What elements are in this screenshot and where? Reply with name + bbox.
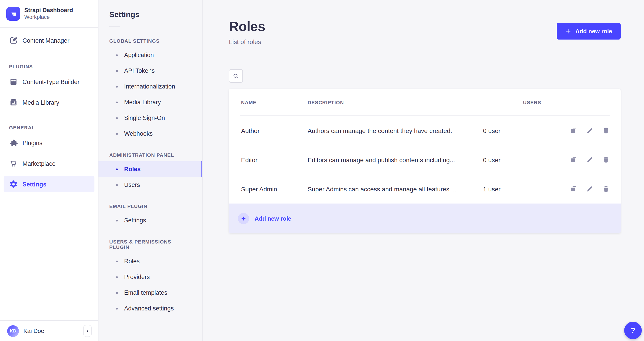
edit-role-button[interactable] [586, 156, 594, 164]
duplicate-role-button[interactable] [570, 156, 578, 164]
table-row-super-admin[interactable]: Super Admin Super Admins can access and … [229, 174, 620, 204]
subnav-section-users-permissions-plugin: USERS & PERMISSIONS PLUGIN [98, 228, 202, 253]
subnav-item-email-templates[interactable]: Email templates [98, 285, 202, 301]
sidebar-item-label: Content-Type Builder [22, 79, 80, 85]
edit-role-button[interactable] [586, 127, 594, 134]
bullet-icon [116, 54, 118, 56]
column-header-description: DESCRIPTION [308, 100, 523, 105]
bullet-icon [116, 101, 118, 103]
subnav-item-application[interactable]: Application [98, 47, 202, 63]
delete-role-button[interactable] [602, 185, 610, 193]
duplicate-icon [570, 127, 578, 134]
plus-icon [241, 216, 246, 221]
bullet-icon [116, 260, 118, 262]
chevron-left-icon [85, 329, 90, 333]
subnav-item-label: Roles [124, 166, 141, 173]
subnav-item-label: Providers [124, 274, 150, 280]
sidebar-item-content-type-builder[interactable]: Content-Type Builder [4, 74, 94, 90]
duplicate-role-button[interactable] [570, 127, 578, 134]
subnav-item-roles-admin[interactable]: Roles [98, 161, 202, 177]
role-description: Editors can manage and publish contents … [308, 156, 483, 163]
column-header-users: USERS [523, 100, 610, 105]
subnav-item-label: Webhooks [124, 130, 153, 137]
sidebar-item-label: Marketplace [22, 160, 56, 167]
search-icon [232, 72, 239, 79]
table-row-editor[interactable]: Editor Editors can manage and publish co… [229, 145, 620, 174]
roles-table: NAME DESCRIPTION USERS Author Authors ca… [229, 89, 620, 233]
workspace-title: Strapi Dashboard [24, 7, 73, 14]
sidebar-item-plugins[interactable]: Plugins [4, 135, 94, 151]
bullet-icon [116, 220, 118, 221]
subnav-item-label: API Tokens [124, 67, 155, 74]
sidebar-item-settings[interactable]: Settings [4, 176, 94, 193]
bullet-icon [116, 292, 118, 294]
subnav-item-label: Advanced settings [124, 305, 174, 312]
workspace-brand[interactable]: Strapi Dashboard Workplace [0, 0, 98, 28]
help-button[interactable]: ? [624, 322, 642, 339]
bullet-icon [116, 276, 118, 278]
search-button[interactable] [229, 69, 243, 83]
subnav-item-providers[interactable]: Providers [98, 269, 202, 285]
delete-role-button[interactable] [602, 156, 610, 164]
page-subtitle: List of roles [229, 38, 265, 45]
subnav-item-email-settings[interactable]: Settings [98, 213, 202, 228]
footer-add-new-role-label: Add new role [254, 215, 291, 222]
delete-role-button[interactable] [602, 127, 610, 134]
page-header: Roles List of roles Add new role [229, 0, 620, 45]
subnav-item-users[interactable]: Users [98, 177, 202, 193]
settings-subnav: Settings GLOBAL SETTINGS Application API… [98, 0, 203, 341]
marketplace-icon [9, 159, 18, 168]
subnav-section-global-settings: GLOBAL SETTINGS [98, 27, 202, 47]
subnav-item-internationalization[interactable]: Internationalization [98, 79, 202, 94]
bullet-icon [116, 86, 118, 87]
sidebar-item-marketplace[interactable]: Marketplace [4, 156, 94, 172]
subnav-title: Settings [98, 0, 202, 19]
main-nav: Content Manager PLUGINS Content-Type Bui… [0, 28, 98, 321]
sidebar-section-general: GENERAL [4, 115, 94, 135]
subnav-section-email-plugin: EMAIL PLUGIN [98, 193, 202, 213]
subnav-item-media-library[interactable]: Media Library [98, 94, 202, 110]
subnav-item-api-tokens[interactable]: API Tokens [98, 63, 202, 79]
bullet-icon [116, 168, 118, 170]
edit-role-button[interactable] [586, 185, 594, 193]
table-row-author[interactable]: Author Authors can manage the content th… [229, 116, 620, 145]
sidebar-item-media-library[interactable]: Media Library [4, 95, 94, 111]
trash-icon [602, 185, 610, 193]
sidebar-item-content-manager[interactable]: Content Manager [4, 32, 94, 49]
trash-icon [602, 127, 610, 134]
subnav-item-label: Media Library [124, 99, 161, 106]
role-users-count: 1 user [483, 185, 570, 193]
strapi-logo-icon [6, 7, 20, 21]
table-footer-add-new-role[interactable]: Add new role [229, 204, 620, 233]
user-avatar[interactable]: KD [7, 325, 19, 337]
column-header-name: NAME [241, 100, 308, 105]
subnav-item-roles-up[interactable]: Roles [98, 253, 202, 269]
collapse-sidebar-button[interactable] [83, 325, 92, 337]
sidebar-section-plugins: PLUGINS [4, 53, 94, 74]
page-title: Roles [229, 19, 265, 34]
sidebar-item-label: Media Library [22, 99, 59, 106]
bullet-icon [116, 308, 118, 309]
subnav-item-label: Application [124, 52, 154, 58]
trash-icon [602, 156, 610, 164]
add-new-role-label: Add new role [576, 28, 612, 34]
role-description: Authors can manage the content they have… [308, 127, 483, 134]
table-header-row: NAME DESCRIPTION USERS [229, 89, 620, 116]
subnav-item-advanced-settings[interactable]: Advanced settings [98, 301, 202, 316]
subnav-section-administration-panel: ADMINISTRATION PANEL [98, 142, 202, 161]
role-users-count: 0 user [483, 127, 570, 134]
pencil-icon [586, 156, 594, 164]
plus-icon [566, 28, 571, 34]
user-name: Kai Doe [24, 328, 79, 334]
subnav-item-single-sign-on[interactable]: Single Sign-On [98, 110, 202, 126]
role-name: Super Admin [241, 185, 308, 193]
duplicate-icon [570, 156, 578, 164]
sidebar-item-label: Plugins [22, 140, 42, 146]
roles-page: Roles List of roles Add new role NAME [203, 0, 644, 341]
content-type-builder-icon [9, 77, 18, 86]
workspace-subtitle: Workplace [24, 14, 73, 21]
subnav-item-webhooks[interactable]: Webhooks [98, 126, 202, 142]
table-toolbar [229, 69, 620, 83]
add-new-role-button[interactable]: Add new role [557, 23, 620, 39]
duplicate-role-button[interactable] [570, 185, 578, 193]
